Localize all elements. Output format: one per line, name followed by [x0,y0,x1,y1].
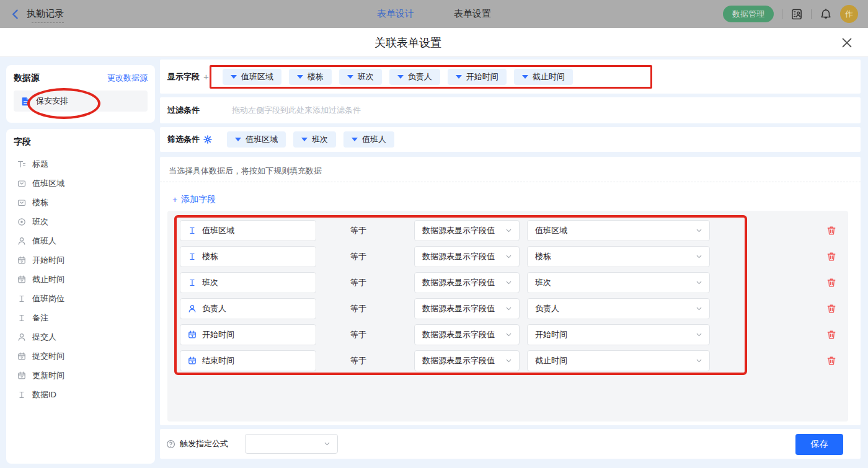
display-field-tag[interactable]: 负责人 [389,69,440,85]
rule-source-select[interactable]: 数据源表显示字段值 [414,298,520,319]
rule-source-value: 数据源表显示字段值 [422,225,495,236]
field-list-item-label: 截止时间 [32,274,64,285]
display-field-tag[interactable]: 楼栋 [289,69,332,85]
rule-source-select[interactable]: 数据源表显示字段值 [414,220,520,241]
person-icon [17,333,26,342]
text-icon [188,252,197,261]
rule-field-label: 班次 [202,277,218,288]
rule-source-value: 数据源表显示字段值 [422,303,495,314]
field-list-item[interactable]: 提交人 [14,330,148,343]
calendar-icon [17,275,26,284]
field-list-item[interactable]: 值班区域 [14,177,148,190]
rule-source-select[interactable]: 数据源表显示字段值 [414,246,520,267]
field-list-item-label: 值班岗位 [32,293,64,304]
field-list-item[interactable]: 备注 [14,311,148,324]
rule-field-input[interactable]: 开始时间 [180,324,316,345]
topbar-tab[interactable]: 表单设计 [377,8,414,20]
screen-filter-tag[interactable]: 班次 [293,131,336,148]
rule-source-select[interactable]: 数据源表显示字段值 [414,324,520,345]
gear-icon[interactable] [203,135,212,144]
screen-filter-band: 筛选条件 值班区域 班次 值班人 [160,127,861,152]
change-datasource-link[interactable]: 更改数据源 [107,73,148,84]
text-icon [17,391,26,399]
rule-source-select[interactable]: 数据源表显示字段值 [414,350,520,371]
screen-filter-tag[interactable]: 值班人 [343,131,394,148]
field-list-item[interactable]: 提交时间 [14,350,148,363]
add-display-field-button plus-icon[interactable]: + [203,72,209,81]
field-list-item[interactable]: 更新时间 [14,369,148,382]
rule-value-select[interactable]: 截止时间 [527,350,710,371]
add-rule-field-button[interactable]: + 添加字段 [172,194,216,205]
datasource-item[interactable]: 保安安排 [14,91,148,112]
delete-rule-button trash-icon[interactable] [826,252,836,262]
footer-band: 触发指定公式 保存 [160,429,861,459]
fields-panel-title: 字段 [14,136,148,148]
caret-down-icon [301,138,308,141]
rule-field-input[interactable]: 负责人 [180,298,316,319]
close-button x-icon[interactable] [841,37,853,49]
calendar-icon [188,330,197,339]
rule-field-input[interactable]: 结束时间 [180,350,316,371]
field-list-item-label: 标题 [32,159,48,170]
text-icon [188,226,197,235]
save-button[interactable]: 保存 [795,434,843,455]
plus-icon: + [172,195,177,205]
rule-value-select[interactable]: 楼栋 [527,246,710,267]
delete-rule-button trash-icon[interactable] [826,330,836,340]
fields-panel: 字段 标题 值班区域 楼栋 班 [6,129,155,464]
chevron-down-icon [505,331,513,339]
rule-field-label: 楼栋 [202,251,218,262]
bell-icon[interactable] [820,8,832,20]
rules-panel: 值班区域 等于 数据源表显示字段值 值班区域 [167,211,848,422]
field-list-item[interactable]: 截止时间 [14,273,148,286]
divider [811,9,812,19]
screen-filter-tag[interactable]: 值班区域 [227,131,286,148]
tag-label: 班次 [358,71,374,82]
rule-value-select[interactable]: 开始时间 [527,324,710,345]
delete-rule-button trash-icon[interactable] [826,304,836,314]
rule-value-text: 截止时间 [535,355,567,366]
filter-label: 过滤条件 [167,105,200,116]
rule-operator-label: 等于 [350,246,366,267]
form-name-title[interactable]: 执勤记录 [27,8,64,20]
formula-select[interactable] [245,434,338,454]
filter-band[interactable]: 过滤条件 拖动左侧字段到此处来添加过滤条件 [160,97,861,123]
rule-value-select[interactable]: 班次 [527,272,710,293]
rule-field-input[interactable]: 值班区域 [180,220,316,241]
rule-value-text: 负责人 [535,303,559,314]
caret-down-icon [522,75,528,79]
select-icon [17,198,26,207]
question-circle-icon[interactable] [166,439,175,449]
back-button chevron-left-icon[interactable] [10,9,21,20]
chevron-down-icon [323,440,331,448]
display-field-tag[interactable]: 开始时间 [448,69,507,85]
display-field-tag[interactable]: 截止时间 [514,69,573,85]
rule-field-input[interactable]: 楼栋 [180,246,316,267]
rule-row: 开始时间 等于 数据源表显示字段值 开始时间 [167,324,848,345]
display-field-tag[interactable]: 值班区域 [223,69,281,85]
rule-value-select[interactable]: 负责人 [527,298,710,319]
chevron-down-icon [505,253,513,261]
display-field-tag[interactable]: 班次 [339,69,382,85]
rule-value-text: 楼栋 [535,251,551,262]
field-list-item[interactable]: 值班岗位 [14,292,148,305]
field-list-item[interactable]: 标题 [14,157,148,170]
chevron-down-icon [695,279,703,287]
rule-value-text: 开始时间 [535,329,567,340]
delete-rule-button trash-icon[interactable] [826,278,836,288]
chevron-down-icon [695,305,703,313]
field-list-item[interactable]: 数据ID [14,388,148,401]
user-avatar[interactable]: 作 [840,5,858,23]
topbar-tab[interactable]: 表单设置 [454,8,491,20]
field-list-item[interactable]: 值班人 [14,234,148,247]
rule-source-select[interactable]: 数据源表显示字段值 [414,272,520,293]
rule-field-input[interactable]: 班次 [180,272,316,293]
field-list-item[interactable]: 楼栋 [14,196,148,209]
rule-value-select[interactable]: 值班区域 [527,220,710,241]
delete-rule-button trash-icon[interactable] [826,356,836,366]
field-list-item[interactable]: 班次 [14,215,148,228]
delete-rule-button trash-icon[interactable] [826,226,836,236]
data-manage-button[interactable]: 数据管理 [723,6,774,22]
field-list-item[interactable]: 开始时间 [14,254,148,267]
address-book-icon[interactable] [790,8,803,20]
